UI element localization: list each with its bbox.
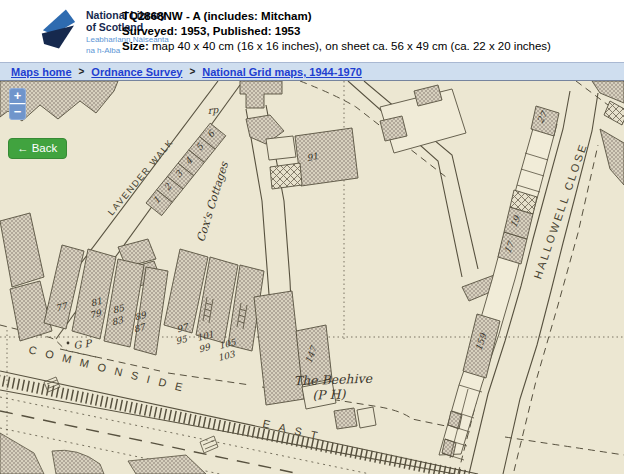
gp-post-dot	[67, 342, 70, 345]
page: National Library of Scotland Leabharlann…	[0, 0, 624, 474]
nls-logo-icon[interactable]	[36, 6, 82, 52]
zoom-control: + −	[9, 88, 26, 120]
size-label: Size:	[122, 40, 149, 52]
breadcrumb: Maps home > Ordnance Survey > National G…	[0, 62, 624, 81]
map-title-block: TQ2868NW - A (includes: Mitcham) Surveye…	[122, 9, 551, 54]
breadcrumb-separator: >	[79, 66, 85, 77]
breadcrumb-link-ordnance-survey[interactable]: Ordnance Survey	[91, 66, 182, 78]
breadcrumb-link-maps-home[interactable]: Maps home	[11, 66, 72, 78]
header: National Library of Scotland Leabharlann…	[0, 0, 624, 62]
label-rp: rp	[207, 104, 219, 116]
label-beehive-name: The Beehive	[293, 371, 372, 389]
map-sheet-title: TQ2868NW - A (includes: Mitcham)	[122, 9, 551, 24]
map-size-info: Size: map 40 x 40 cm (16 x 16 inches), o…	[122, 39, 551, 54]
size-value: map 40 x 40 cm (16 x 16 inches), on shee…	[149, 40, 551, 52]
breadcrumb-separator: >	[189, 66, 195, 77]
zoom-out-button[interactable]: −	[9, 104, 26, 120]
breadcrumb-link-national-grid-maps[interactable]: National Grid maps, 1944-1970	[202, 66, 362, 78]
map-survey-info: Surveyed: 1953, Published: 1953	[122, 24, 551, 39]
map-viewport[interactable]: LAVENDER WALK COMMONSIDE EAST HALLOWELL …	[0, 81, 624, 474]
label-beehive-ph: (P H)	[312, 386, 347, 402]
zoom-in-button[interactable]: +	[9, 88, 26, 104]
back-button[interactable]: ← Back	[8, 138, 67, 159]
map-image: LAVENDER WALK COMMONSIDE EAST HALLOWELL …	[0, 81, 624, 474]
